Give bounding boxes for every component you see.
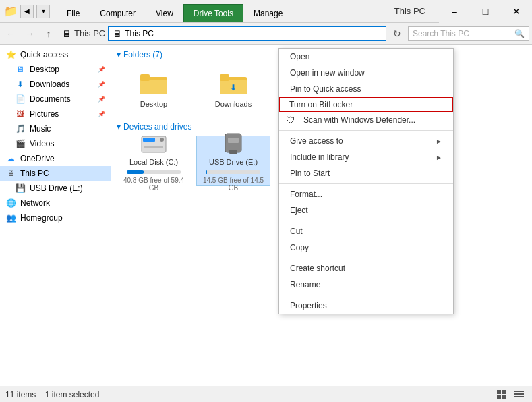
sidebar-item-network[interactable]: 🌐 Network bbox=[0, 196, 111, 210]
svg-rect-22 bbox=[497, 395, 501, 399]
folder-downloads-icon: ⬇ bbox=[220, 70, 247, 97]
folder-item-desktop[interactable]: Desktop bbox=[117, 63, 191, 114]
tab-file[interactable]: File bbox=[57, 4, 90, 22]
sidebar-item-onedrive[interactable]: ☁ OneDrive bbox=[0, 151, 111, 166]
menu-item-create-shortcut[interactable]: Create shortcut bbox=[279, 260, 453, 277]
thispc-icon: 🖥 bbox=[5, 168, 16, 179]
menu-separator-3 bbox=[279, 221, 453, 221]
search-box[interactable]: Search This PC 🔍 bbox=[408, 26, 529, 41]
quick-access-btn[interactable]: ◀ bbox=[20, 5, 34, 18]
svg-rect-11 bbox=[143, 138, 155, 142]
menu-item-pin-start[interactable]: Pin to Start bbox=[279, 165, 453, 181]
content-area: ▾ Folders (7) Desktop ⬇ Downloads bbox=[111, 45, 532, 386]
tab-drive-tools[interactable]: Drive Tools bbox=[183, 4, 243, 22]
refresh-button[interactable]: ↻ bbox=[389, 26, 405, 42]
local-disk-progress-fill bbox=[127, 170, 144, 174]
network-icon: 🌐 bbox=[5, 198, 16, 208]
documents-icon: 📄 bbox=[15, 94, 26, 105]
sidebar-item-pictures[interactable]: 🖼 Pictures 📌 bbox=[0, 107, 111, 121]
menu-item-include-library[interactable]: Include in library ► bbox=[279, 149, 453, 165]
sidebar-label-quick-access: Quick access bbox=[20, 50, 68, 59]
menu-item-open-new-window[interactable]: Open in new window bbox=[279, 65, 453, 81]
tab-manage[interactable]: Manage bbox=[243, 4, 293, 22]
svg-rect-15 bbox=[229, 150, 237, 154]
sidebar-item-videos[interactable]: 🎬 Videos bbox=[0, 136, 111, 151]
menu-separator-5 bbox=[279, 295, 453, 295]
sidebar-item-desktop[interactable]: 🖥 Desktop 📌 bbox=[0, 62, 111, 77]
tab-computer[interactable]: Computer bbox=[90, 4, 146, 22]
title-bar: 📁 ◀ ▾ File Computer View Drive Tools Man… bbox=[0, 0, 532, 23]
menu-item-pin-quick-access[interactable]: Pin to Quick access bbox=[279, 81, 453, 97]
menu-item-format[interactable]: Format... bbox=[279, 186, 453, 202]
submenu-arrow-access: ► bbox=[436, 138, 442, 145]
context-menu: Open Open in new window Pin to Quick acc… bbox=[278, 48, 454, 314]
sidebar-label-homegroup: Homegroup bbox=[20, 213, 63, 223]
sidebar-item-thispc[interactable]: 🖥 This PC bbox=[0, 166, 111, 181]
maximize-button[interactable]: □ bbox=[470, 0, 501, 23]
menu-item-cut[interactable]: Cut bbox=[279, 223, 453, 239]
menu-item-give-access[interactable]: Give access to ► bbox=[279, 133, 453, 149]
svg-rect-21 bbox=[502, 390, 506, 394]
folder-downloads-label: Downloads bbox=[215, 100, 252, 108]
back-button[interactable]: ← bbox=[3, 26, 19, 42]
menu-item-open[interactable]: Open bbox=[279, 49, 453, 65]
svg-rect-24 bbox=[514, 391, 524, 392]
breadcrumb-text: This PC bbox=[74, 28, 105, 38]
sidebar-quick-access[interactable]: ⭐ Quick access bbox=[0, 47, 111, 62]
sidebar-item-homegroup[interactable]: 👥 Homegroup bbox=[0, 210, 111, 225]
menu-item-eject[interactable]: Eject bbox=[279, 202, 453, 219]
minimize-button[interactable]: – bbox=[439, 0, 470, 23]
usb-drive-progress-fill bbox=[206, 170, 207, 174]
sidebar-item-downloads[interactable]: ⬇ Downloads 📌 bbox=[0, 77, 111, 92]
svg-text:⬇: ⬇ bbox=[230, 83, 237, 92]
close-button[interactable]: ✕ bbox=[501, 0, 532, 23]
defender-icon: 🛡 bbox=[286, 115, 295, 125]
forward-button[interactable]: → bbox=[22, 26, 38, 42]
svg-rect-16 bbox=[228, 138, 239, 143]
up-button[interactable]: ↑ bbox=[40, 26, 57, 42]
menu-separator-1 bbox=[279, 130, 453, 131]
path-icon: 🖥 bbox=[113, 28, 122, 39]
device-usb-drive[interactable]: USB Drive (E:) 14.5 GB free of 14.5 GB bbox=[196, 136, 270, 186]
status-left: 11 items 1 item selected bbox=[5, 390, 99, 399]
music-icon: 🎵 bbox=[15, 123, 26, 134]
sidebar-label-videos: Videos bbox=[30, 139, 54, 148]
svg-rect-1 bbox=[140, 80, 167, 94]
submenu-arrow-library: ► bbox=[436, 154, 442, 161]
sidebar-label-desktop: Desktop bbox=[30, 65, 59, 74]
view-large-icons-button[interactable] bbox=[494, 387, 509, 402]
videos-icon: 🎬 bbox=[15, 138, 26, 149]
local-disk-label: Local Disk (C:) bbox=[129, 158, 178, 166]
folder-desktop-icon bbox=[140, 70, 167, 97]
local-disk-icon bbox=[140, 131, 167, 155]
usb-drive-label: USB Drive (E:) bbox=[209, 158, 258, 166]
window-controls: – □ ✕ bbox=[439, 0, 532, 22]
address-input[interactable]: 🖥 This PC bbox=[108, 26, 386, 41]
svg-rect-20 bbox=[497, 390, 501, 394]
star-icon: ⭐ bbox=[5, 49, 16, 60]
search-icon: 🔍 bbox=[514, 29, 525, 38]
sidebar-item-music[interactable]: 🎵 Music bbox=[0, 121, 111, 136]
device-local-disk[interactable]: Local Disk (C:) 40.8 GB free of 59.4 GB bbox=[117, 136, 191, 186]
item-count: 11 items bbox=[5, 390, 36, 399]
local-disk-free: 40.8 GB free of 59.4 GB bbox=[120, 177, 187, 192]
address-path: This PC bbox=[125, 29, 154, 38]
customize-btn[interactable]: ▾ bbox=[36, 5, 50, 18]
sidebar-item-documents[interactable]: 📄 Documents 📌 bbox=[0, 92, 111, 107]
pin-icon-desktop: 📌 bbox=[98, 66, 105, 73]
menu-item-properties[interactable]: Properties bbox=[279, 297, 453, 314]
usb-drive-free: 14.5 GB free of 14.5 GB bbox=[200, 177, 267, 192]
sidebar-item-usb[interactable]: 💾 USB Drive (E:) bbox=[0, 181, 111, 196]
homegroup-icon: 👥 bbox=[5, 212, 16, 223]
menu-item-bitlocker[interactable]: Turn on BitLocker bbox=[279, 97, 453, 112]
details-view-icon bbox=[514, 390, 524, 399]
title-bar-left: 📁 ◀ ▾ bbox=[0, 0, 54, 22]
view-details-button[interactable] bbox=[512, 387, 527, 402]
menu-item-copy[interactable]: Copy bbox=[279, 239, 453, 256]
menu-item-scan-defender[interactable]: 🛡 Scan with Windows Defender... bbox=[279, 112, 453, 128]
selected-count: 1 item selected bbox=[45, 390, 100, 399]
tab-view[interactable]: View bbox=[146, 4, 183, 22]
menu-item-rename[interactable]: Rename bbox=[279, 277, 453, 293]
folder-item-downloads[interactable]: ⬇ Downloads bbox=[196, 63, 270, 114]
sidebar-label-usb: USB Drive (E:) bbox=[30, 183, 83, 193]
